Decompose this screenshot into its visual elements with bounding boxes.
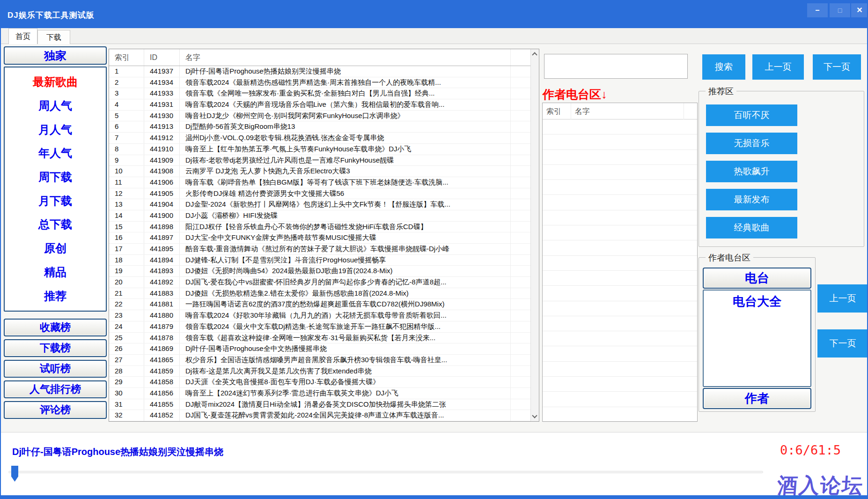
minimize-button[interactable]: – xyxy=(807,3,828,17)
cell-index: 2 xyxy=(109,77,144,88)
recommend-button[interactable]: 经典歌曲 xyxy=(706,217,797,238)
table-row[interactable]: 20441892DJ国飞-爱在我心中vs甜蜜蜜-怀旧经典岁月的留声勾起你多少青春… xyxy=(109,277,530,288)
maximize-button[interactable]: □ xyxy=(830,3,850,17)
author-button[interactable]: 作者 xyxy=(703,388,811,409)
search-button[interactable]: 搜索 xyxy=(702,54,745,80)
cell-blank xyxy=(511,366,530,377)
table-row[interactable]: 30441856嗨音至上【2024迷幻节奏系列2季·雷总进行曲车载英文串烧》DJ… xyxy=(109,388,530,399)
cell-name: 云南罗平 DJ龙泡 无人萝卜快跑九天音乐Electro大碟3 xyxy=(180,166,511,177)
cell-name: 嗨音车载2024《天赐的声音现场音乐合唱Live（第六集）我相信最初的爱车载音响… xyxy=(180,99,511,110)
cell-id: 441856 xyxy=(144,388,180,399)
table-row[interactable]: 14441900DJ小蕊《灞桥柳》HIFI发烧碟 xyxy=(109,210,530,222)
table-row[interactable]: 18441894DJ健锋-私人订制【不是雪别哭泣】斗音流行ProgHosue慢摇… xyxy=(109,255,530,266)
cell-blank xyxy=(511,210,530,221)
table-row[interactable]: 27441865权少音乐】全国语连版情感烟嗓男声超音黑胶音乐飙升榜30专辑领音车… xyxy=(109,355,530,366)
sidebar-item[interactable]: 原创 xyxy=(5,241,106,256)
cell-blank xyxy=(511,255,530,266)
table-row[interactable]: 2441934领音车载2024《最新精选伤感磁性男声精选集·周末首推独自一个人的… xyxy=(109,77,530,89)
table-row[interactable]: 11441906嗨音车载《刷哔音热单【独白BGM版】等哥有了钱该下班下班老妹随便… xyxy=(109,177,530,188)
vertical-scrollbar[interactable] xyxy=(530,49,539,421)
table-row[interactable]: 23441880嗨音车载2024《好歌30年珍藏辑（九月九的酒）大花轿无损车载母… xyxy=(109,310,530,321)
cell-index xyxy=(543,331,571,346)
progress-slider-track[interactable] xyxy=(8,471,763,473)
cell-blank xyxy=(511,133,530,143)
cell-index: 32 xyxy=(109,410,144,421)
song-table: 索引ID名字 1441937Dj叶仔-国粤语Proghouse热播姑娘别哭泣慢摇… xyxy=(109,49,539,422)
search-input[interactable] xyxy=(544,54,688,79)
recommend-button[interactable]: 无损音乐 xyxy=(706,133,797,154)
scroll-up-icon[interactable] xyxy=(532,52,537,57)
recommend-button[interactable]: 最新发布 xyxy=(706,189,797,210)
close-button[interactable]: ✕ xyxy=(851,3,868,17)
table-row[interactable]: 13441904DJ金聖-2024《新歌热打丨风靡网络》包房迷幻上头中文Fk节奏… xyxy=(109,199,530,210)
station-next-page-button[interactable]: 下一页 xyxy=(817,329,868,357)
progress-slider-thumb[interactable] xyxy=(11,466,18,482)
sidebar-button-exclusive[interactable]: 独家 xyxy=(4,46,107,65)
table-row[interactable]: 4441931嗨音车载2024《天赐的声音现场音乐合唱Live（第六集）我相信最… xyxy=(109,99,530,111)
table-row-empty xyxy=(543,210,697,225)
sidebar-item[interactable]: 推荐 xyxy=(5,289,106,304)
station-prev-page-button[interactable]: 上一页 xyxy=(817,284,868,313)
cell-name: 嗨音至上【2024迷幻节奏系列2季·雷总进行曲车载英文串烧》DJ小飞 xyxy=(180,388,511,399)
cell-blank xyxy=(684,377,697,391)
sidebar-item[interactable]: 年人气 xyxy=(5,146,106,161)
table-row[interactable]: 26441869Dj叶仔-国粤语Proghouse全中文热播慢摇串烧 xyxy=(109,343,530,355)
table-row[interactable]: 22441881一路狂嗨国粤语诺言62度的酒37度的愁劲爆超爽超重低音车载CD7… xyxy=(109,299,530,310)
table-row[interactable]: 32441852DJ国飞-夏壶莲花醉vs黄霄雲爱如此-2024全国风完美旋律-8… xyxy=(109,410,530,421)
sidebar-rank-button[interactable]: 收藏榜 xyxy=(4,319,107,336)
tab-home[interactable]: 首页 xyxy=(8,28,37,44)
recommend-groupbox: 推荐区 百听不厌无损音乐热歌飙升最新发布经典歌曲 xyxy=(699,91,864,247)
table-row[interactable]: 25441878领音车载《超喜欢这种旋律·全网唯一独家发布·31号最新购买私货【… xyxy=(109,333,530,344)
station-list-item[interactable]: 电台大全 xyxy=(704,293,810,310)
sidebar-rank-button[interactable]: 评论榜 xyxy=(4,401,107,419)
table-row[interactable]: 31441855DJ献哥mix2024【激情夏日Hi动全城】消暑必备英文DISC… xyxy=(109,399,530,410)
cell-blank xyxy=(684,286,697,300)
table-row[interactable]: 19441893DJ傻妞《无损时尚嗨曲54》2024最热最新DJ歌曲19首(20… xyxy=(109,266,530,277)
table-row[interactable]: 3441933领音车载《全网唯一独家发布·重金购买私货·全新独白对白【男儿当自强… xyxy=(109,88,530,99)
cell-name xyxy=(571,210,684,225)
table-row-empty xyxy=(543,256,697,271)
prev-page-button[interactable]: 上一页 xyxy=(752,54,804,80)
station-listbox[interactable]: 电台大全 xyxy=(703,290,811,387)
sidebar-item[interactable]: 月下载 xyxy=(5,194,106,209)
table-row[interactable]: 7441912温州Dj小意-VOL.Q.09老歌专辑.桃花换酒钱.张杰金金哥专属… xyxy=(109,133,530,144)
table-row[interactable]: 16441897DJ大宝-全中文FUNKY金牌女声热播咚鼓节奏MUSIC慢摇大碟 xyxy=(109,232,530,244)
table-row[interactable]: 1441937Dj叶仔-国粤语Proghouse热播姑娘别哭泣慢摇串烧 xyxy=(109,66,530,77)
cell-index xyxy=(543,195,571,209)
sidebar-item[interactable]: 最新歌曲 xyxy=(5,74,106,89)
scroll-down-icon[interactable] xyxy=(532,413,537,418)
table-row[interactable]: 24441879领音车载2024《最火中文车载Dj精选集·长途驾车旅途开车一路狂… xyxy=(109,321,530,333)
sidebar-rank-button[interactable]: 下载榜 xyxy=(4,339,107,357)
table-row[interactable]: 10441908云南罗平 DJ龙泡 无人萝卜快跑九天音乐Electro大碟3 xyxy=(109,166,530,177)
cell-blank xyxy=(511,111,530,121)
table-row[interactable]: 17441895酷音车载-重音激情舞动《熬过所有的苦妹子爱了就大胆说》车载慢摇串… xyxy=(109,244,530,255)
table-row[interactable]: 9441909Dj筱布-老歌带dj老男孩经过几许风雨也是一言难尽FunkyHou… xyxy=(109,155,530,166)
sidebar-rank-button[interactable]: 试听榜 xyxy=(4,360,107,378)
sidebar-item[interactable]: 周下载 xyxy=(5,170,106,185)
cell-id: 441878 xyxy=(144,333,180,343)
sidebar-item[interactable]: 周人气 xyxy=(5,98,106,113)
table-row[interactable]: 29441858DJ天涯《全英文电音慢摇8·面包车专用DJ·车载必备慢摇大碟》 xyxy=(109,377,530,388)
cell-name: DJ金聖-2024《新歌热打丨风靡网络》包房迷幻上头中文Fk节奏！【舒服连版】车… xyxy=(180,199,511,210)
sidebar-item[interactable]: 精品 xyxy=(5,265,106,280)
table-row[interactable]: 12441905火影传奇DJ保雄 精选付费资源男女中文慢摇大碟56 xyxy=(109,188,530,200)
next-page-button[interactable]: 下一页 xyxy=(813,54,861,80)
cell-blank xyxy=(511,299,530,310)
table-row[interactable]: 21441883DJ傻妞《无损热歌精选集2.错在太爱你》最新伤感歌曲18首(20… xyxy=(109,288,530,299)
cell-name: Dj型酷帅-56首英文BigRoom串烧13 xyxy=(180,121,511,132)
recommend-button[interactable]: 百听不厌 xyxy=(706,104,797,126)
recommend-button[interactable]: 热歌飙升 xyxy=(706,161,797,182)
table-row[interactable]: 6441913Dj型酷帅-56首英文BigRoom串烧13 xyxy=(109,121,530,133)
sidebar-item[interactable]: 总下载 xyxy=(5,217,106,232)
sidebar-rank-button[interactable]: 人气排行榜 xyxy=(4,380,107,398)
table-row[interactable]: 8441910嗨音至上【红牛加热第五季·气氛上头节奏FunkyHouse车载串烧… xyxy=(109,144,530,155)
table-row[interactable]: 5441930嗨音社DJ龙少《柳州空间仓·别叫我阿索阿索FunkyHouse口水… xyxy=(109,111,530,122)
station-button[interactable]: 电台 xyxy=(703,268,811,289)
cell-name: 领音车载2024《最新精选伤感磁性男声精选集·周末首推独自一个人的夜晚车载精..… xyxy=(180,77,511,88)
tab-download[interactable]: 下载 xyxy=(37,30,70,44)
cell-name: 嗨音社DJ龙少《柳州空间仓·别叫我阿索阿索FunkyHouse口水调串烧》 xyxy=(180,111,511,121)
table-row[interactable]: 15441898阳江DJ权仔【轻音乐铁血丹心不装饰你的梦粤语磁性发烧HiFi车载… xyxy=(109,222,530,233)
sidebar-item[interactable]: 月人气 xyxy=(5,122,106,137)
cell-id: 441855 xyxy=(144,399,180,410)
table-row[interactable]: 28441859Dj筱布-这是第几次离开我又是第几次伤害了我Extended串烧 xyxy=(109,366,530,377)
